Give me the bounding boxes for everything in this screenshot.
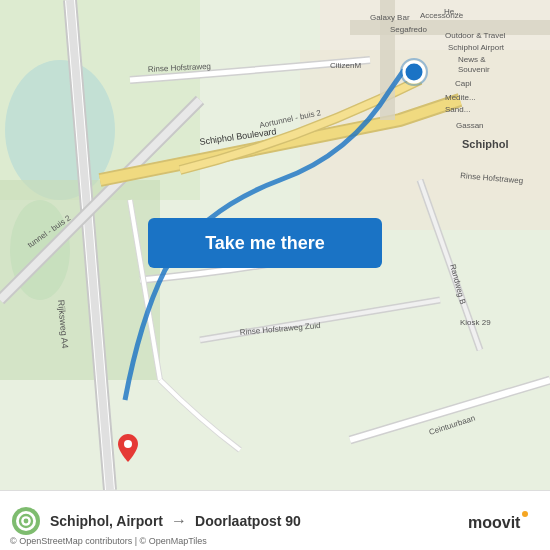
map-container: Rijksweg A4 Schiphol Boulevard Rinse Hof… xyxy=(0,0,550,490)
svg-text:moovit: moovit xyxy=(468,514,521,531)
svg-text:Gassan: Gassan xyxy=(456,121,484,130)
svg-text:News &: News & xyxy=(458,55,486,64)
svg-text:Schiphol Airport: Schiphol Airport xyxy=(448,43,505,52)
osm-logo xyxy=(12,507,40,535)
svg-text:Capi: Capi xyxy=(455,79,472,88)
from-location: Schiphol, Airport xyxy=(50,513,163,529)
copyright-text: © OpenStreetMap contributors | © OpenMap… xyxy=(10,536,207,546)
svg-text:Medite...: Medite... xyxy=(445,93,476,102)
location-info: Schiphol, Airport → Doorlaatpost 90 xyxy=(50,512,468,530)
arrow-icon: → xyxy=(171,512,187,530)
to-location: Doorlaatpost 90 xyxy=(195,513,301,529)
svg-point-39 xyxy=(24,518,29,523)
svg-text:Galaxy Bar: Galaxy Bar xyxy=(370,13,410,22)
svg-text:Segafredo: Segafredo xyxy=(390,25,427,34)
svg-text:Souvenir: Souvenir xyxy=(458,65,490,74)
svg-text:He...: He... xyxy=(444,7,461,16)
bottom-bar: © OpenStreetMap contributors | © OpenMap… xyxy=(0,490,550,550)
svg-point-34 xyxy=(404,62,424,82)
svg-text:Outdoor & Travel: Outdoor & Travel xyxy=(445,31,506,40)
svg-point-36 xyxy=(124,440,132,448)
svg-text:CitizenM: CitizenM xyxy=(330,61,361,70)
destination-pin xyxy=(118,434,138,462)
svg-text:Kiosk 29: Kiosk 29 xyxy=(460,318,491,327)
svg-text:Sand...: Sand... xyxy=(445,105,470,114)
svg-point-41 xyxy=(522,511,528,517)
take-me-there-button[interactable]: Take me there xyxy=(148,218,382,268)
moovit-logo: moovit xyxy=(468,506,538,536)
svg-text:Schiphol: Schiphol xyxy=(462,138,508,150)
